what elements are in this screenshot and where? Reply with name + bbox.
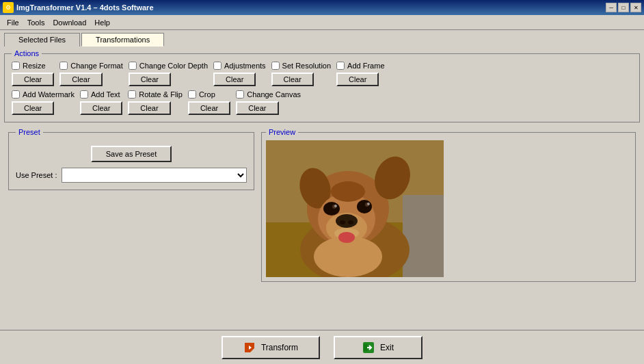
action-add-watermark: Add Watermark Clear [12,90,75,115]
checkbox-set-resolution[interactable] [271,62,280,70]
app-icon: ⚙ [3,2,14,13]
preview-section: Preview [261,128,636,287]
svg-rect-2 [403,195,444,277]
title-bar: ⚙ ImgTransformer V1.4 – 4dots Software ─… [0,0,644,15]
checkbox-add-watermark[interactable] [12,90,20,99]
tab-selected-files[interactable]: Selected Files [4,33,80,47]
clear-resize-button[interactable]: Clear [12,73,54,86]
clear-add-watermark-button[interactable]: Clear [12,101,54,115]
clear-change-format-button[interactable]: Clear [59,73,102,86]
menu-tools[interactable]: Tools [23,17,49,28]
svg-point-19 [331,181,365,202]
menu-help[interactable]: Help [90,17,114,28]
checkbox-change-canvas-row: Change Canvas [236,90,301,99]
label-add-text: Add Text [91,90,120,99]
actions-fieldset: Actions Resize Clear Change Format [4,49,640,122]
svg-point-11 [348,220,353,224]
close-button[interactable]: ✕ [630,3,641,12]
action-set-resolution: Set Resolution Clear [271,62,332,86]
tab-bar: Selected Files Transformations [0,30,644,47]
dog-preview-svg [266,140,444,277]
checkbox-change-canvas[interactable] [236,90,244,99]
label-rotate-flip: Rotate & Flip [139,90,183,99]
clear-add-frame-button[interactable]: Clear [336,73,379,86]
svg-point-13 [323,202,340,216]
preview-fieldset: Preview [261,128,636,282]
label-add-watermark: Add Watermark [23,90,75,99]
title-controls: ─ □ ✕ [606,3,641,12]
svg-point-14 [357,200,372,213]
label-crop: Crop [199,90,215,99]
minimize-button[interactable]: ─ [606,3,617,12]
preset-select[interactable] [62,168,247,183]
bottom-section: Preset Save as Preset Use Preset : Prev [4,128,640,287]
checkbox-add-frame[interactable] [336,62,345,70]
label-change-format: Change Format [70,62,122,70]
svg-point-21 [338,232,355,243]
checkbox-add-text[interactable] [80,90,88,99]
save-preset-button[interactable]: Save as Preset [91,146,172,162]
transform-button[interactable]: Transform [222,336,320,359]
main-content: Actions Resize Clear Change Format [0,47,644,330]
clear-change-canvas-button[interactable]: Clear [236,101,278,115]
tab-transformations[interactable]: Transformations [81,33,164,47]
svg-point-9 [336,214,358,228]
transform-label: Transform [261,343,298,352]
svg-point-18 [367,203,370,205]
menu-file[interactable]: File [3,17,23,28]
label-set-resolution: Set Resolution [282,62,332,70]
action-rotate-flip: Rotate & Flip Clear [128,90,183,115]
clear-crop-button[interactable]: Clear [188,101,230,115]
label-resize: Resize [23,62,46,70]
clear-set-resolution-button[interactable]: Clear [271,73,314,86]
checkbox-change-format[interactable] [59,62,68,70]
exit-button[interactable]: Exit [334,336,422,359]
use-preset-label: Use Preset : [16,171,57,179]
preset-legend: Preset [16,128,43,136]
svg-point-17 [334,205,337,207]
transform-icon [243,341,256,354]
use-preset-row: Use Preset : [16,168,247,183]
exit-icon [362,341,375,354]
clear-rotate-flip-button[interactable]: Clear [128,101,170,115]
clear-add-text-button[interactable]: Clear [80,101,122,115]
label-change-color-depth: Change Color Depth [139,62,208,70]
checkbox-set-resolution-row: Set Resolution [271,62,332,70]
preview-image [266,140,444,277]
exit-label: Exit [380,343,394,352]
checkbox-crop[interactable] [188,90,196,99]
actions-legend: Actions [12,49,42,57]
checkbox-add-watermark-row: Add Watermark [12,90,75,99]
action-add-text: Add Text Clear [80,90,122,115]
preview-legend: Preview [266,128,298,136]
checkbox-add-text-row: Add Text [80,90,120,99]
checkbox-resize[interactable] [12,62,20,70]
checkbox-change-color-depth[interactable] [129,62,137,70]
checkbox-change-format-row: Change Format [59,62,122,70]
checkbox-crop-row: Crop [188,90,215,99]
svg-point-10 [340,220,345,224]
clear-change-color-depth-button[interactable]: Clear [129,73,171,86]
checkbox-add-frame-row: Add Frame [336,62,384,70]
label-adjustments: Adjustments [224,62,266,70]
menu-download[interactable]: Download [49,17,90,28]
footer: Transform Exit [0,330,644,364]
clear-adjustments-button[interactable]: Clear [213,73,256,86]
content-area: Actions Resize Clear Change Format [0,47,644,364]
checkbox-rotate-flip[interactable] [128,90,136,99]
action-adjustments: Adjustments Clear [213,62,266,86]
window-title: ImgTransformer V1.4 – 4dots Software [16,3,154,12]
actions-row-2: Add Watermark Clear Add Text Clear [12,90,632,115]
checkbox-adjustments[interactable] [213,62,222,70]
action-resize: Resize Clear [12,62,54,86]
action-crop: Crop Clear [188,90,230,115]
title-bar-left: ⚙ ImgTransformer V1.4 – 4dots Software [3,2,154,13]
action-change-canvas: Change Canvas Clear [236,90,301,115]
action-add-frame: Add Frame Clear [336,62,384,86]
checkbox-rotate-flip-row: Rotate & Flip [128,90,183,99]
action-change-format: Change Format Clear [59,62,122,86]
menu-bar: File Tools Download Help [0,15,644,30]
preset-section: Preset Save as Preset Use Preset : [8,128,254,287]
maximize-button[interactable]: □ [618,3,629,12]
app-window: ⚙ ImgTransformer V1.4 – 4dots Software ─… [0,0,644,364]
